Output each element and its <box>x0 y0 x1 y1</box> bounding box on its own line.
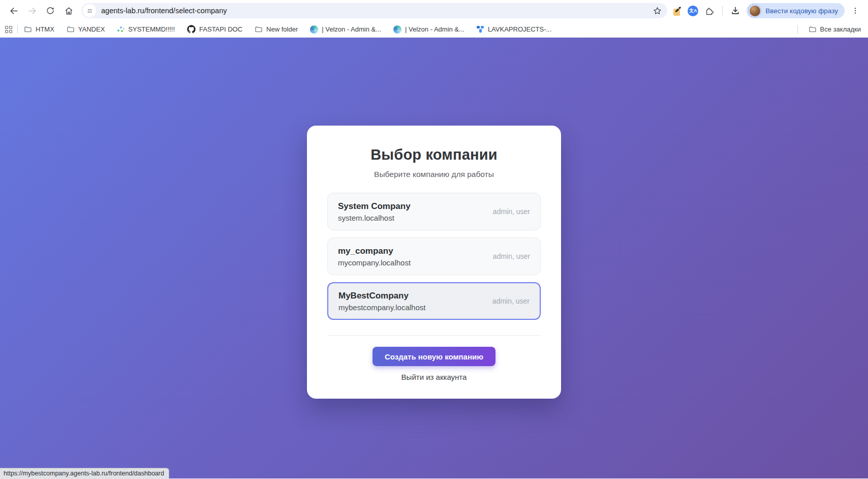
company-name: System Company <box>338 201 411 212</box>
star-icon <box>653 6 662 16</box>
toolbar-right-cluster: 文A Ввести кодовую фразу <box>672 3 863 18</box>
company-list: System Company system.localhost admin, u… <box>327 193 541 320</box>
profile-label: Ввести кодовую фразу <box>765 7 838 15</box>
kebab-menu-icon <box>851 7 859 15</box>
site-info-button[interactable] <box>83 4 96 17</box>
bookmark-star-button[interactable] <box>653 6 662 16</box>
bookmark-label: | Velzon - Admin &... <box>405 25 464 33</box>
company-name: MyBestCompany <box>338 291 425 301</box>
folder-icon <box>255 25 263 34</box>
bookmark-velzon-2[interactable]: | Velzon - Admin &... <box>393 25 464 34</box>
download-icon <box>730 6 740 16</box>
company-roles: admin, user <box>493 252 530 260</box>
bookmarks-separator <box>797 25 798 34</box>
address-bar[interactable]: agents-lab.ru/frontend/select-company <box>81 3 667 18</box>
reload-icon <box>46 6 55 15</box>
page-background: Выбор компании Выберите компанию для раб… <box>0 38 868 478</box>
bookmarks-bar: HTMX YANDEX SYSTEMMD!!!!! FASTAPI DOC Ne… <box>0 21 868 38</box>
eyedropper-icon <box>674 6 682 14</box>
avatar <box>750 6 760 16</box>
create-company-button[interactable]: Создать новую компанию <box>373 347 495 366</box>
bookmark-label: FASTAPI DOC <box>199 25 242 33</box>
page-title: Выбор компании <box>327 146 541 163</box>
bookmark-label: SYSTEMMD!!!!! <box>128 25 175 33</box>
translate-extension-button[interactable]: 文A <box>688 6 698 16</box>
velzon-favicon <box>393 25 401 34</box>
dots-favicon <box>117 25 125 33</box>
bookmark-yandex[interactable]: YANDEX <box>67 25 105 34</box>
all-bookmarks-label: Все закладки <box>820 25 861 33</box>
bookmark-velzon-1[interactable]: | Velzon - Admin &... <box>310 25 381 34</box>
bookmark-fastapi-doc[interactable]: FASTAPI DOC <box>187 25 242 34</box>
company-select-card: Выбор компании Выберите компанию для раб… <box>307 126 561 399</box>
url-text[interactable]: agents-lab.ru/frontend/select-company <box>101 7 653 15</box>
apps-grid-icon <box>5 26 12 33</box>
downloads-button[interactable] <box>728 4 742 18</box>
logout-link[interactable]: Выйти из аккаунта <box>327 373 541 381</box>
company-option-my-company[interactable]: my_company mycompany.localhost admin, us… <box>327 237 541 275</box>
bookmark-label: New folder <box>266 25 298 33</box>
company-roles: admin, user <box>493 207 530 216</box>
bookmark-systemmd[interactable]: SYSTEMMD!!!!! <box>117 25 175 33</box>
bookmark-label: YANDEX <box>78 25 105 33</box>
bookmarks-separator <box>17 25 18 34</box>
tune-icon <box>86 7 94 15</box>
company-domain: mybestcompany.localhost <box>338 303 425 312</box>
puzzle-icon <box>704 6 715 16</box>
toolbar-separator <box>722 6 723 15</box>
folder-icon <box>24 25 32 34</box>
taiga-favicon <box>477 25 484 33</box>
company-info: System Company system.localhost <box>338 201 411 222</box>
company-info: my_company mycompany.localhost <box>338 246 411 267</box>
card-divider <box>327 335 541 336</box>
home-icon <box>64 6 74 16</box>
extensions-button[interactable] <box>702 4 717 18</box>
apps-shortcut-button[interactable] <box>5 26 12 33</box>
browser-menu-button[interactable] <box>849 4 862 17</box>
company-domain: system.localhost <box>338 214 411 222</box>
company-domain: mycompany.localhost <box>338 258 411 267</box>
profile-button[interactable]: Ввести кодовую фразу <box>747 3 845 18</box>
status-bar-url: https://mybestcompany.agents-lab.ru/fron… <box>0 468 169 479</box>
color-picker-extension-button[interactable] <box>672 5 684 16</box>
bookmark-label: | Velzon - Admin &... <box>322 25 381 33</box>
reload-button[interactable] <box>42 2 59 19</box>
browser-toolbar: agents-lab.ru/frontend/select-company 文A… <box>0 0 868 21</box>
company-info: MyBestCompany mybestcompany.localhost <box>338 291 425 312</box>
bookmark-label: LAVKAPROJECTS-... <box>488 25 551 33</box>
back-button[interactable] <box>5 2 22 19</box>
company-option-mybestcompany[interactable]: MyBestCompany mybestcompany.localhost ad… <box>327 282 541 320</box>
company-roles: admin, user <box>492 297 530 305</box>
all-bookmarks-button[interactable]: Все закладки <box>790 25 861 34</box>
velzon-favicon <box>310 25 318 34</box>
back-icon <box>9 6 19 16</box>
bookmark-lavkaprojects[interactable]: LAVKAPROJECTS-... <box>477 25 551 33</box>
github-icon <box>187 25 196 34</box>
translate-icon: 文A <box>689 8 697 14</box>
page-subtitle: Выберите компанию для работы <box>327 170 541 179</box>
forward-button[interactable] <box>23 2 41 19</box>
company-name: my_company <box>338 246 411 256</box>
folder-icon <box>809 25 817 34</box>
sync-ring-icon <box>748 4 761 17</box>
forward-icon <box>27 6 37 16</box>
bookmark-label: HTMX <box>36 25 54 33</box>
bookmark-htmx[interactable]: HTMX <box>24 25 54 34</box>
company-option-system-company[interactable]: System Company system.localhost admin, u… <box>327 193 541 230</box>
home-button[interactable] <box>60 2 77 19</box>
bookmark-new-folder[interactable]: New folder <box>255 25 298 34</box>
folder-icon <box>67 25 75 34</box>
